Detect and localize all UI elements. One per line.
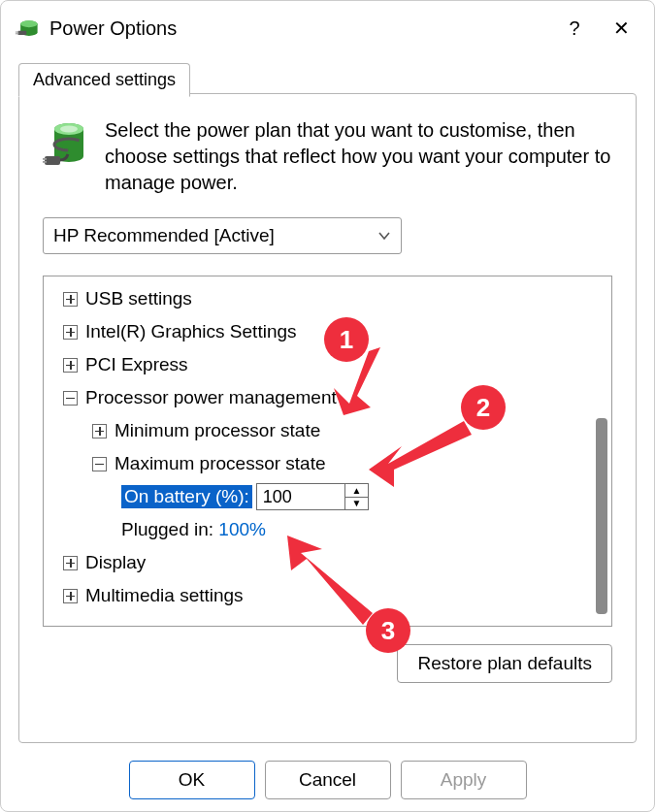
power-plan-dropdown[interactable]: HP Recommended [Active] — [43, 217, 402, 254]
expand-icon[interactable] — [92, 424, 107, 438]
tree-label: Processor power management — [85, 387, 337, 408]
setting-plugged-in[interactable]: Plugged in: 100% — [49, 513, 588, 546]
tree-label: Display — [85, 552, 146, 573]
expand-icon[interactable] — [63, 325, 78, 340]
plugged-in-value[interactable]: 100% — [218, 519, 266, 540]
tree-label: Minimum processor state — [115, 420, 320, 441]
intro-row: Select the power plan that you want to c… — [43, 117, 612, 196]
tree-item-processor-power-management[interactable]: Processor power management — [49, 381, 588, 414]
collapse-icon[interactable] — [92, 457, 107, 471]
svg-rect-4 — [16, 33, 19, 34]
power-plan-value: HP Recommended [Active] — [53, 225, 275, 246]
close-button[interactable]: ✕ — [598, 9, 644, 48]
tree-label: USB settings — [85, 288, 192, 309]
power-options-dialog: Power Options ? ✕ Advanced settings Sele… — [0, 0, 655, 812]
tree-label: PCI Express — [85, 354, 188, 375]
tab-advanced-settings[interactable]: Advanced settings — [18, 63, 190, 97]
tree-item-pci-express[interactable]: PCI Express — [49, 348, 588, 381]
ok-button[interactable]: OK — [129, 761, 255, 799]
tree-item-usb-settings[interactable]: USB settings — [49, 282, 588, 315]
spinner-down-icon[interactable]: ▼ — [345, 498, 368, 510]
window-title: Power Options — [49, 17, 551, 40]
expand-icon[interactable] — [63, 589, 78, 603]
expand-icon[interactable] — [63, 292, 78, 307]
settings-tree: USB settings Intel(R) Graphics Settings … — [43, 276, 612, 627]
tree-item-intel-graphics[interactable]: Intel(R) Graphics Settings — [49, 315, 588, 348]
svg-point-1 — [20, 20, 38, 27]
on-battery-spinner[interactable]: ▲ ▼ — [256, 483, 369, 510]
tree-label: Battery — [85, 618, 144, 620]
setting-on-battery: On battery (%): ▲ ▼ — [49, 480, 588, 513]
restore-plan-defaults-button[interactable]: Restore plan defaults — [397, 644, 612, 683]
expand-icon[interactable] — [63, 358, 78, 373]
svg-rect-9 — [45, 156, 60, 165]
svg-rect-3 — [16, 32, 19, 33]
svg-rect-2 — [18, 31, 27, 35]
battery-plug-icon — [43, 117, 87, 179]
chevron-down-icon — [377, 229, 391, 243]
tree-item-minimum-processor-state[interactable]: Minimum processor state — [49, 414, 588, 447]
spinner-buttons: ▲ ▼ — [344, 484, 368, 509]
tree-label: Intel(R) Graphics Settings — [85, 321, 297, 342]
plugged-in-label: Plugged in: — [121, 519, 213, 540]
tree-label: Multimedia settings — [85, 585, 244, 606]
tree-item-multimedia-settings[interactable]: Multimedia settings — [49, 579, 588, 612]
on-battery-label[interactable]: On battery (%): — [121, 485, 252, 508]
spinner-up-icon[interactable]: ▲ — [345, 484, 368, 498]
scrollbar-thumb[interactable] — [596, 418, 607, 614]
svg-point-7 — [60, 126, 78, 133]
power-plan-icon — [15, 15, 42, 42]
titlebar: Power Options ? ✕ — [1, 1, 654, 55]
svg-rect-11 — [43, 161, 47, 163]
expand-icon[interactable] — [63, 556, 78, 570]
advanced-settings-panel: Select the power plan that you want to c… — [18, 93, 637, 743]
intro-text: Select the power plan that you want to c… — [105, 117, 612, 196]
dialog-buttons: OK Cancel Apply — [1, 761, 654, 799]
tree-label: Maximum processor state — [115, 453, 326, 474]
help-button[interactable]: ? — [551, 9, 598, 48]
on-battery-input[interactable] — [257, 484, 344, 509]
collapse-icon[interactable] — [63, 391, 78, 406]
scrollbar[interactable] — [594, 282, 607, 620]
apply-button: Apply — [401, 761, 527, 799]
tree-item-maximum-processor-state[interactable]: Maximum processor state — [49, 447, 588, 480]
cancel-button[interactable]: Cancel — [265, 761, 391, 799]
tree-item-battery[interactable]: Battery — [49, 612, 588, 620]
tree-item-display[interactable]: Display — [49, 546, 588, 579]
svg-rect-10 — [43, 158, 47, 160]
